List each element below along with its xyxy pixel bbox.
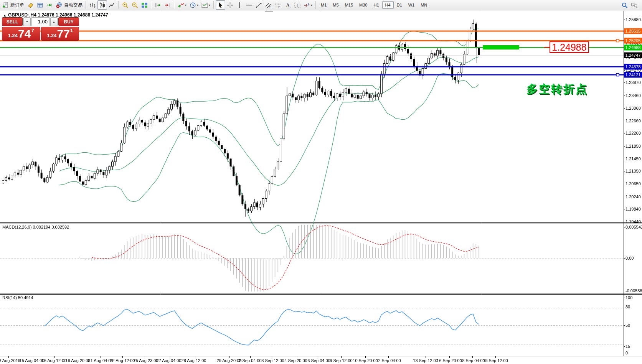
time-axis-label: 13 Aug 2019	[0, 358, 20, 363]
volume-increase-button[interactable]: ▲	[50, 17, 58, 26]
horizontal-line-button[interactable]	[244, 0, 254, 10]
shift-icon	[164, 2, 171, 8]
svg-text:A: A	[286, 2, 290, 8]
new-order-button-label: 新订单	[10, 2, 24, 8]
new-order-button[interactable]: 新订单	[1, 0, 26, 10]
price-tick-label: 1.20240	[625, 194, 641, 199]
price-tick-label: 1.25880	[625, 17, 641, 22]
buy-price-small: 1.24	[47, 33, 56, 38]
buy-button[interactable]: BUY	[58, 17, 79, 26]
buy-price-big: 77	[57, 28, 70, 40]
sell-price-sup: 7	[31, 28, 34, 33]
price-callout-label[interactable]: 1.24988	[550, 41, 589, 53]
rsi-tick-label: 80	[625, 305, 630, 309]
volume-input[interactable]: 1.00	[31, 17, 50, 26]
chart-title: ▲GBPUSD-,H4 1.24876 1.24966 1.24686 1.24…	[3, 12, 108, 18]
green-highlight-bar[interactable]	[483, 45, 519, 49]
data-window-button[interactable]	[35, 0, 45, 10]
community-chat-button[interactable]	[629, 0, 639, 10]
trendline-button[interactable]	[254, 0, 264, 10]
vline-icon	[236, 2, 243, 8]
autotrade-icon	[56, 2, 63, 8]
periods-button[interactable]: ▾	[188, 0, 200, 10]
zoom-out-button[interactable]	[130, 0, 140, 10]
line-chart-icon	[109, 2, 115, 8]
time-axis-label: 12 Sep 04:00	[376, 358, 401, 363]
buy-price-box[interactable]: 1.24 77 1	[41, 27, 79, 41]
chart-window: ▲GBPUSD-,H4 1.24876 1.24966 1.24686 1.24…	[0, 11, 642, 364]
fibo-icon: F	[275, 2, 281, 8]
timeframe-m5[interactable]: M5	[330, 1, 342, 9]
zoom-out-icon	[132, 2, 138, 8]
timeframe-h4[interactable]: H4	[382, 1, 394, 9]
annotation-text[interactable]: 多空转折点	[526, 82, 588, 97]
timeframe-h1[interactable]: H1	[370, 1, 382, 9]
zoom-in-icon	[122, 2, 129, 8]
sell-price-box[interactable]: 1.24 74 7	[2, 27, 40, 41]
indicators-button[interactable]: ▾	[176, 0, 188, 10]
price-tick-label: 1.23870	[625, 80, 641, 85]
crosshair-button[interactable]	[225, 0, 235, 10]
toolbar-separator	[151, 1, 152, 9]
timeframe-mn[interactable]: MN	[418, 1, 430, 9]
text-label-button[interactable]: T	[292, 0, 302, 10]
macd-label: MACD(12,26,9) 0.002194 0.002592	[2, 225, 69, 229]
templates-button[interactable]: ▾	[200, 0, 212, 10]
line-chart-button[interactable]	[107, 0, 117, 10]
svg-text:E: E	[269, 5, 271, 8]
tile-windows-button[interactable]	[140, 0, 149, 10]
auto-scroll-button[interactable]	[153, 0, 163, 10]
search-button[interactable]	[620, 0, 629, 10]
candlestick-chart-button[interactable]	[97, 0, 107, 10]
toolbar-group: EFAT▾	[216, 0, 314, 10]
window-splitter-grip[interactable]	[265, 11, 273, 12]
rsi-tick-label: 15	[625, 344, 630, 349]
sell-button[interactable]: SELL	[2, 17, 23, 26]
crosshair-icon	[227, 2, 233, 8]
timeframe-w1[interactable]: W1	[405, 1, 418, 9]
equidistant-channel-button[interactable]: E	[264, 0, 273, 10]
price-badge: 1.25515	[624, 28, 642, 34]
text-button[interactable]: A	[283, 0, 292, 10]
arrows-button[interactable]: ▾	[302, 0, 314, 10]
price-badge: 1.24378	[624, 64, 642, 69]
price-badge: 1.24121	[624, 72, 642, 77]
timeframe-m15[interactable]: M15	[342, 1, 356, 9]
collapse-arrow-icon[interactable]: ▲	[3, 13, 7, 17]
search-icon	[621, 2, 628, 8]
signals-button[interactable]	[45, 0, 54, 10]
volume-decrease-button[interactable]: ▼	[23, 17, 31, 26]
bar-chart-button[interactable]	[88, 0, 97, 10]
cursor-button[interactable]	[216, 0, 225, 10]
price-callout-dash	[544, 47, 550, 48]
chevron-down-icon: ▾	[311, 3, 312, 7]
rsi-label: RSI(14) 50.4914	[2, 295, 33, 300]
toolbar-right	[620, 0, 642, 10]
price-badge: 1.24988	[624, 44, 642, 50]
tiles-icon	[141, 2, 148, 8]
chart-canvas[interactable]	[0, 11, 642, 364]
timeframe-m1[interactable]: M1	[318, 1, 330, 9]
autoscroll-icon	[155, 2, 161, 8]
toolbar: 新订单自动交易▾▾▾EFAT▾M1M5M15M30H1H4D1W1MN	[0, 0, 642, 10]
trendline-icon	[256, 2, 262, 8]
time-axis-label: 22 Aug 12:00	[110, 358, 135, 363]
price-tick-label: 1.19840	[625, 207, 641, 211]
price-tick-label: 1.21050	[625, 169, 641, 173]
timeframe-d1[interactable]: D1	[394, 1, 405, 9]
time-axis-label: 13 Sep 12:00	[413, 358, 438, 363]
hline-icon	[246, 2, 253, 8]
chart-shift-button[interactable]	[163, 0, 172, 10]
toolbar-group: ▾▾▾	[176, 0, 212, 10]
objects-button[interactable]	[26, 0, 35, 10]
timeframe-m30[interactable]: M30	[356, 1, 370, 9]
vertical-line-button[interactable]	[235, 0, 244, 10]
indicators-icon	[178, 2, 184, 8]
chevron-down-icon: ▾	[197, 3, 198, 7]
price-tick-label: 1.21450	[625, 156, 641, 161]
chart-title-text: GBPUSD-,H4 1.24876 1.24966 1.24686 1.247…	[8, 12, 108, 18]
eraser-icon	[27, 2, 34, 8]
fibonacci-button[interactable]: F	[273, 0, 283, 10]
auto-trading-button[interactable]: 自动交易	[54, 0, 84, 10]
zoom-in-button[interactable]	[120, 0, 130, 10]
